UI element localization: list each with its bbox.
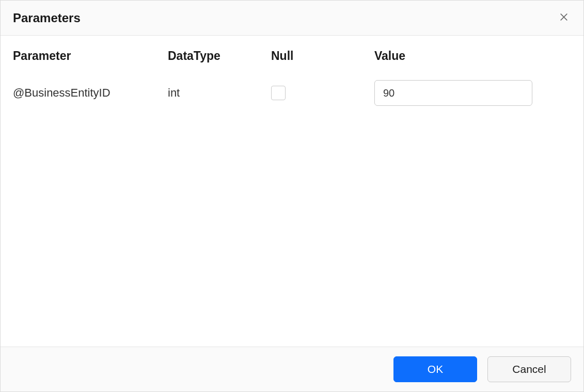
- dialog-footer: OK Cancel: [1, 347, 583, 391]
- header-null: Null: [271, 49, 374, 79]
- dialog-title: Parameters: [13, 11, 81, 25]
- header-value: Value: [374, 49, 571, 79]
- header-parameter: Parameter: [13, 49, 168, 79]
- null-checkbox[interactable]: [271, 86, 286, 100]
- dialog-body: Parameter DataType Null Value @BusinessE…: [1, 36, 583, 347]
- table-row: @BusinessEntityID int: [13, 79, 571, 107]
- parameters-dialog: Parameters Parameter DataType Null Value: [0, 0, 584, 392]
- ok-button[interactable]: OK: [393, 356, 477, 382]
- cell-null: [271, 79, 374, 107]
- value-input[interactable]: [374, 80, 532, 106]
- close-icon: [559, 12, 569, 24]
- parameters-table: Parameter DataType Null Value @BusinessE…: [13, 49, 571, 107]
- cell-parameter-name: @BusinessEntityID: [13, 79, 168, 107]
- header-datatype: DataType: [168, 49, 271, 79]
- cancel-button[interactable]: Cancel: [487, 356, 571, 382]
- close-button[interactable]: [557, 10, 571, 26]
- cell-value: [374, 79, 571, 107]
- cell-datatype: int: [168, 79, 271, 107]
- dialog-header: Parameters: [1, 1, 583, 36]
